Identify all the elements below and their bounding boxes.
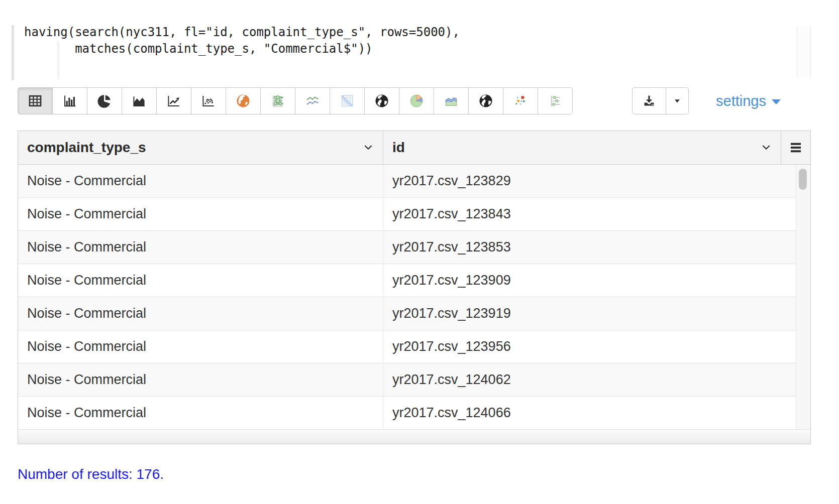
column-header-complaint-type[interactable]: complaint_type_s (18, 131, 383, 164)
cell-id: yr2017.csv_123829 (383, 165, 810, 197)
bubble-matrix-icon (270, 93, 285, 108)
caret-down-icon (672, 95, 683, 106)
export-button-group (632, 87, 689, 114)
chart-button-bubble-matrix[interactable] (260, 87, 295, 114)
cell-id: yr2017.csv_123919 (383, 297, 810, 330)
table-row: Noise - Commercial yr2017.csv_124066 (18, 397, 810, 429)
table-menu-button[interactable] (781, 131, 810, 164)
cell-complaint-type: Noise - Commercial (18, 397, 383, 429)
download-options-button[interactable] (666, 87, 689, 114)
table-rows: Noise - Commercial yr2017.csv_123829 Noi… (18, 165, 810, 429)
settings-dropdown[interactable]: settings (716, 93, 781, 109)
chart-button-map[interactable] (226, 87, 261, 114)
cell-complaint-type: Noise - Commercial (18, 165, 383, 197)
area-color-icon (444, 93, 459, 108)
chart-button-parallel-coordinates[interactable] (538, 87, 573, 114)
chart-button-table[interactable] (18, 87, 53, 114)
cell-id: yr2017.csv_124066 (383, 397, 810, 429)
table-row: Noise - Commercial yr2017.csv_124062 (18, 363, 810, 397)
pie-chart-icon (97, 93, 112, 108)
cell-id: yr2017.csv_124062 (383, 363, 810, 396)
scrollbar-thumb[interactable] (799, 169, 807, 190)
cell-complaint-type: Noise - Commercial (18, 297, 383, 330)
chevron-down-icon[interactable] (760, 141, 773, 154)
heatmap-icon (340, 93, 355, 108)
globe2-icon (478, 93, 493, 108)
cell-id: yr2017.csv_123956 (383, 330, 810, 363)
bar-chart-icon (62, 93, 77, 108)
horizontal-scroll-area (18, 429, 810, 444)
line-chart-icon (166, 93, 181, 108)
scatter-color-icon (513, 93, 528, 108)
editor-gutter (12, 25, 14, 80)
cell-id: yr2017.csv_123843 (383, 198, 810, 230)
cell-complaint-type: Noise - Commercial (18, 264, 383, 297)
cell-id: yr2017.csv_123909 (383, 264, 810, 297)
download-button[interactable] (632, 87, 666, 114)
table-vertical-scrollbar[interactable] (796, 165, 810, 429)
parallel-coords-icon (548, 93, 563, 108)
chart-type-button-group (18, 87, 573, 114)
hamburger-icon (788, 140, 803, 155)
results-table: complaint_type_s id Noise - Commercial y… (18, 131, 811, 444)
table-body: Noise - Commercial yr2017.csv_123829 Noi… (18, 165, 810, 429)
table-row: Noise - Commercial yr2017.csv_123853 (18, 231, 810, 264)
chart-button-globe-2[interactable] (468, 87, 503, 114)
table-row: Noise - Commercial yr2017.csv_123909 (18, 264, 810, 297)
table-row: Noise - Commercial yr2017.csv_123956 (18, 330, 810, 363)
chart-button-multi-series-line[interactable] (295, 87, 330, 114)
table-icon (28, 93, 43, 108)
column-header-label: id (392, 140, 405, 156)
map-icon (236, 93, 251, 108)
cell-complaint-type: Noise - Commercial (18, 363, 383, 396)
multi-line-icon (305, 93, 320, 108)
table-header-row: complaint_type_s id (18, 131, 810, 165)
chart-button-area-chart[interactable] (122, 87, 157, 114)
indent-guide (58, 42, 58, 78)
cell-complaint-type: Noise - Commercial (18, 198, 383, 230)
scatter-plot-icon (201, 93, 216, 108)
chart-button-line-chart[interactable] (156, 87, 191, 114)
editor-scrollbar[interactable] (797, 26, 811, 77)
chart-button-pie-chart[interactable] (87, 87, 122, 114)
visualization-toolbar: settings (18, 87, 811, 114)
cell-id: yr2017.csv_123853 (383, 231, 810, 264)
chart-button-colored-pie[interactable] (399, 87, 434, 114)
code-line: matches(complaint_type_s, "Commercial$")… (24, 41, 811, 57)
chart-button-globe[interactable] (364, 87, 399, 114)
area-chart-icon (132, 93, 147, 108)
chevron-down-icon[interactable] (362, 141, 375, 154)
table-row: Noise - Commercial yr2017.csv_123829 (18, 165, 810, 198)
code-line: having(search(nyc311, fl="id, complaint_… (24, 24, 811, 41)
chart-button-colored-area[interactable] (434, 87, 469, 114)
column-header-label: complaint_type_s (27, 140, 146, 156)
caret-down-icon (772, 99, 781, 104)
settings-label: settings (716, 93, 766, 109)
table-row: Noise - Commercial yr2017.csv_123843 (18, 198, 810, 231)
code-area: having(search(nyc311, fl="id, complaint_… (12, 24, 811, 57)
chart-button-heatmap[interactable] (330, 87, 365, 114)
chart-button-scatter-plot[interactable] (191, 87, 226, 114)
chart-button-colored-scatter[interactable] (503, 87, 538, 114)
column-header-id[interactable]: id (383, 131, 781, 164)
pie-color-icon (409, 93, 424, 108)
chart-button-bar-chart[interactable] (52, 87, 87, 114)
globe-icon (374, 93, 389, 108)
results-count-text: Number of results: 176. (18, 466, 839, 482)
cell-complaint-type: Noise - Commercial (18, 231, 383, 264)
download-icon (642, 93, 657, 108)
cell-complaint-type: Noise - Commercial (18, 330, 383, 363)
table-row: Noise - Commercial yr2017.csv_123919 (18, 297, 810, 330)
code-editor[interactable]: having(search(nyc311, fl="id, complaint_… (12, 24, 811, 80)
